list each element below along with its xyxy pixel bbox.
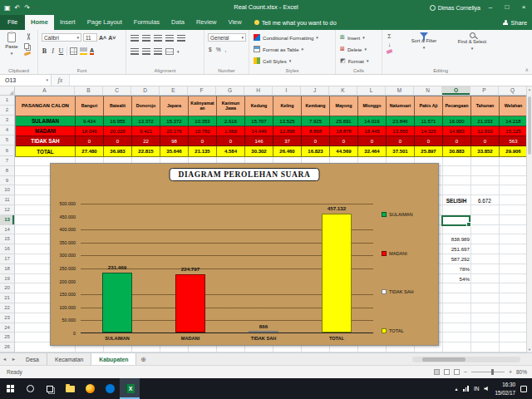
bar-sulaiman[interactable] bbox=[102, 273, 132, 332]
align-left-icon[interactable] bbox=[131, 48, 139, 55]
column-header-J[interactable]: J bbox=[301, 86, 329, 95]
wrap-text-icon[interactable] bbox=[177, 35, 185, 42]
row-header-17[interactable]: 17 bbox=[0, 254, 14, 264]
row-header-23[interactable]: 23 bbox=[0, 313, 14, 323]
scroll-down-icon[interactable]: ▼ bbox=[527, 347, 532, 352]
decrease-font-icon[interactable]: A˅ bbox=[108, 35, 116, 41]
clear-icon[interactable] bbox=[387, 49, 393, 54]
row-header-8[interactable]: 8 bbox=[0, 166, 14, 176]
row-header-19[interactable]: 19 bbox=[0, 274, 14, 284]
name-box[interactable]: O13 ▾ bbox=[0, 75, 52, 86]
district-header[interactable]: Kedung bbox=[245, 96, 273, 116]
table-cell[interactable]: 16.000 bbox=[443, 116, 471, 126]
column-header-F[interactable]: F bbox=[188, 86, 216, 95]
new-sheet-icon[interactable]: ⊕ bbox=[136, 353, 150, 365]
table-cell[interactable]: 0 bbox=[76, 136, 104, 146]
bar-chart[interactable]: DIAGRAM PEROLEHAN SUARA 050.000100.00015… bbox=[50, 163, 439, 346]
row-header-9[interactable]: 9 bbox=[0, 176, 14, 186]
table-cell[interactable]: 0 bbox=[302, 136, 330, 146]
column-header-K[interactable]: K bbox=[329, 86, 357, 95]
table-cell[interactable]: 27.480 bbox=[76, 146, 104, 157]
cortana-search-button[interactable] bbox=[20, 378, 40, 399]
row-header-25[interactable]: 25 bbox=[0, 332, 14, 342]
side-percent-cell[interactable]: 54% bbox=[442, 274, 470, 284]
row-header-11[interactable]: 11 bbox=[0, 195, 14, 205]
tab-page-layout[interactable]: Page Layout bbox=[81, 15, 128, 30]
table-cell[interactable]: 9.421 bbox=[132, 126, 160, 136]
bar-tidak-sah[interactable] bbox=[249, 331, 278, 332]
insert-function-icon[interactable]: fx bbox=[52, 75, 70, 86]
side-number-cell[interactable]: 587.292 bbox=[436, 254, 470, 264]
row-header-5[interactable]: 5 bbox=[0, 135, 14, 145]
column-header-H[interactable]: H bbox=[244, 86, 273, 95]
table-cell[interactable]: 0 bbox=[104, 136, 132, 146]
row-header-22[interactable]: 22 bbox=[0, 303, 14, 313]
close-button[interactable]: × bbox=[515, 0, 532, 15]
cut-icon[interactable] bbox=[24, 33, 32, 40]
table-cell[interactable]: 14.449 bbox=[245, 126, 273, 136]
table-cell[interactable]: 25.897 bbox=[415, 146, 443, 157]
font-size-select[interactable]: 11 bbox=[83, 33, 97, 42]
column-header-D[interactable]: D bbox=[131, 86, 160, 95]
table-cell[interactable]: 23.846 bbox=[387, 116, 415, 126]
file-explorer-button[interactable] bbox=[60, 378, 80, 399]
row-header-15[interactable]: 15 bbox=[0, 234, 14, 244]
comma-style-icon[interactable]: , bbox=[224, 47, 226, 52]
district-header[interactable]: Welahan bbox=[500, 96, 528, 116]
table-cell[interactable]: 22 bbox=[132, 136, 160, 146]
table-cell[interactable]: 29.906 bbox=[500, 146, 528, 157]
row-header-10[interactable]: 10 bbox=[0, 185, 14, 195]
table-cell[interactable]: 14.218 bbox=[500, 116, 528, 126]
district-header[interactable]: Donorojo bbox=[132, 96, 160, 116]
table-cell[interactable]: 32.464 bbox=[358, 146, 387, 157]
font-name-select[interactable]: Calibri ▾ bbox=[42, 33, 81, 42]
zoom-out-icon[interactable]: − bbox=[464, 369, 467, 375]
table-cell[interactable]: 36.983 bbox=[104, 146, 132, 157]
vertical-scrollbar-thumb[interactable] bbox=[528, 96, 531, 155]
zoom-level[interactable]: 80% bbox=[516, 369, 527, 375]
table-cell[interactable]: 15.707 bbox=[245, 116, 273, 126]
fill-color-icon[interactable] bbox=[80, 47, 87, 55]
normal-view-icon[interactable] bbox=[434, 369, 440, 375]
district-header[interactable]: Pakis Aji bbox=[415, 96, 443, 116]
table-cell[interactable]: 37.501 bbox=[387, 146, 415, 157]
table-cell[interactable]: 0 bbox=[415, 136, 443, 146]
table-cell[interactable]: 21.033 bbox=[471, 116, 500, 126]
table-cell[interactable]: 30.302 bbox=[245, 146, 273, 157]
align-bottom-icon[interactable] bbox=[154, 35, 162, 42]
format-painter-icon[interactable] bbox=[24, 52, 32, 57]
column-header-P[interactable]: P bbox=[470, 86, 499, 95]
zoom-slider-thumb[interactable] bbox=[491, 369, 494, 375]
italic-button[interactable]: I bbox=[50, 47, 56, 55]
row-header-26[interactable]: 26 bbox=[0, 342, 14, 352]
sheet-tab-desa[interactable]: Desa bbox=[18, 353, 47, 365]
cell-styles-button[interactable]: Cell Styles ▾ bbox=[254, 57, 291, 64]
district-header[interactable]: Batealit bbox=[104, 96, 132, 116]
column-header-I[interactable]: I bbox=[273, 86, 301, 95]
table-cell[interactable]: 1.968 bbox=[217, 126, 245, 136]
table-cell[interactable]: 20.176 bbox=[160, 126, 189, 136]
scroll-up-icon[interactable]: ▲ bbox=[527, 87, 532, 91]
excel-taskbar-button[interactable]: X bbox=[120, 378, 140, 399]
table-corner-cell[interactable]: PASANGAN CALON bbox=[16, 96, 76, 116]
table-cell[interactable]: 11.571 bbox=[415, 116, 443, 126]
side-percent-cell[interactable]: 78% bbox=[442, 264, 470, 274]
table-cell[interactable]: 10.353 bbox=[189, 116, 217, 126]
table-cell[interactable]: 0 bbox=[217, 136, 245, 146]
bar-total[interactable] bbox=[322, 214, 352, 332]
table-cell[interactable]: 0 bbox=[443, 136, 471, 146]
align-top-icon[interactable] bbox=[131, 35, 139, 42]
collapse-ribbon-icon[interactable]: ∧ bbox=[525, 66, 529, 72]
tab-formulas[interactable]: Formulas bbox=[128, 15, 165, 30]
district-header[interactable]: Pecangaan bbox=[443, 96, 471, 116]
table-cell[interactable]: 35.646 bbox=[160, 146, 189, 157]
task-view-button[interactable] bbox=[40, 378, 60, 399]
format-cells-button[interactable]: ◩ Format ▾ bbox=[340, 57, 368, 64]
column-header-C[interactable]: C bbox=[103, 86, 131, 95]
fill-icon[interactable]: ↓ bbox=[388, 42, 392, 47]
bold-button[interactable]: B bbox=[42, 47, 47, 55]
side-number-cell[interactable]: 838.989 bbox=[436, 234, 470, 244]
tab-insert[interactable]: Insert bbox=[54, 15, 81, 30]
table-cell[interactable]: 22.815 bbox=[132, 146, 160, 157]
table-cell[interactable]: 0 bbox=[358, 136, 387, 146]
